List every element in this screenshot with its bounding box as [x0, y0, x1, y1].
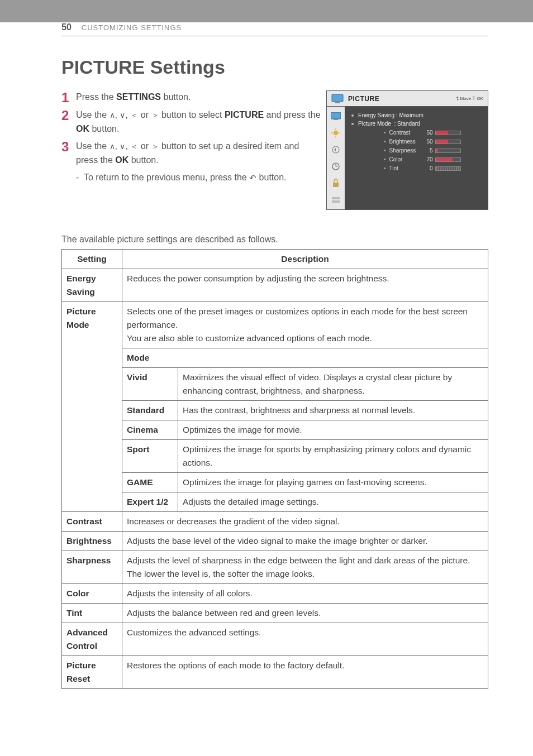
- slider-label: Contrast: [389, 130, 423, 136]
- row-tint: Tint Adjusts the balance between red and…: [62, 604, 488, 623]
- osd-slider-tint[interactable]: •Tint0: [351, 165, 481, 171]
- step-number: 2: [61, 108, 76, 136]
- row-brightness: Brightness Adjusts the base level of the…: [62, 532, 488, 551]
- time-tab-icon[interactable]: [330, 160, 342, 173]
- svg-rect-15: [332, 200, 340, 203]
- row-mode-cinema: Cinema Optimizes the image for movie.: [62, 420, 488, 440]
- content-columns: 1 Press the SETTINGS button. 2 Use the ∧…: [61, 90, 488, 210]
- osd-hint: ꔂ Move ꔉ OK: [456, 96, 483, 102]
- row-mode-head: Mode: [62, 348, 488, 368]
- mode-desc: Optimizes the image for movie.: [178, 420, 488, 440]
- bullet-icon: •: [384, 138, 386, 145]
- setting-desc: Selects one of the preset images or cust…: [122, 302, 488, 348]
- steps-column: 1 Press the SETTINGS button. 2 Use the ∧…: [61, 90, 321, 210]
- slider-bar[interactable]: [435, 157, 461, 162]
- osd-slider-color[interactable]: •Color70: [351, 156, 481, 162]
- osd-slider-contrast[interactable]: •Contrast50: [351, 130, 481, 136]
- osd-title: PICTURE: [348, 95, 456, 103]
- mode-desc: Has the contrast, brightness and sharpne…: [178, 401, 488, 420]
- row-picture-reset: Picture Reset Restores the options of ea…: [62, 656, 488, 689]
- slider-value: 50: [423, 138, 433, 145]
- mode-label: Standard: [122, 401, 178, 420]
- back-icon: ↶: [249, 173, 256, 183]
- slider-bar[interactable]: [435, 140, 461, 144]
- bullet-icon: •: [384, 156, 386, 162]
- page-number: 50: [61, 22, 72, 32]
- step-number: 1: [61, 90, 76, 105]
- setting-desc: Customizes the advanced settings.: [122, 623, 488, 656]
- osd-picture-mode[interactable]: Picture Mode : Standard: [351, 121, 481, 127]
- step-body: Use the ∧, ∨, ＜ or ＞ button to select PI…: [76, 108, 321, 136]
- osd-sliders: •Contrast50•Brightness50•Sharpness5•Colo…: [351, 130, 481, 171]
- manual-page: 50 CUSTOMIZING SETTINGS PICTURE Settings…: [0, 22, 533, 756]
- osd-panel: PICTURE ꔂ Move ꔉ OK Energy Saving : Maxi…: [326, 90, 488, 210]
- step-2: 2 Use the ∧, ∨, ＜ or ＞ button to select …: [61, 108, 321, 136]
- setting-label: Color: [62, 584, 122, 604]
- svg-rect-1: [335, 102, 340, 103]
- setting-label: Contrast: [62, 512, 122, 532]
- slider-bar[interactable]: [435, 131, 461, 135]
- lock-tab-icon[interactable]: [330, 177, 342, 189]
- bullet-icon: [351, 114, 354, 117]
- settings-table: Setting Description Energy Saving Reduce…: [61, 249, 488, 689]
- section-title: CUSTOMIZING SETTINGS: [82, 23, 182, 32]
- row-advanced-control: Advanced Control Customizes the advanced…: [62, 623, 488, 656]
- up-icon: ∧: [110, 142, 115, 151]
- osd-main: Energy Saving : Maximum Picture Mode : S…: [345, 107, 488, 209]
- setting-desc: Adjusts the balance between red and gree…: [122, 604, 488, 623]
- table-head-row: Setting Description: [62, 250, 488, 269]
- mode-label: Expert 1/2: [122, 492, 178, 512]
- bullet-icon: [351, 123, 354, 125]
- right-icon: ＞: [151, 142, 159, 151]
- page-header: 50 CUSTOMIZING SETTINGS: [61, 22, 488, 36]
- mode-desc: Optimizes the image for sports by emphas…: [178, 440, 488, 473]
- osd-energy-saving[interactable]: Energy Saving : Maximum: [351, 112, 481, 118]
- mode-desc: Optimizes the image for playing games on…: [178, 473, 488, 492]
- audio-tab-icon[interactable]: [330, 143, 342, 156]
- setting-label: Picture Reset: [62, 656, 122, 689]
- mode-label: Sport: [122, 440, 178, 473]
- left-icon: ＜: [130, 142, 138, 151]
- row-energy-saving: Energy Saving Reduces the power consumpt…: [62, 269, 488, 302]
- row-picture-mode: Picture Mode Selects one of the preset i…: [62, 302, 488, 348]
- col-description: Description: [122, 250, 488, 269]
- setting-desc: Increases or decreases the gradient of t…: [122, 512, 488, 532]
- setting-desc: Restores the options of each mode to the…: [122, 656, 488, 689]
- down-icon: ∨: [120, 111, 125, 119]
- osd-slider-sharpness[interactable]: •Sharpness5: [351, 147, 481, 154]
- svg-point-4: [334, 131, 338, 135]
- setting-label: Sharpness: [62, 551, 122, 584]
- row-mode-expert: Expert 1/2 Adjusts the detailed image se…: [62, 492, 488, 512]
- bullet-icon: •: [384, 147, 386, 154]
- svg-rect-2: [331, 112, 341, 119]
- slider-label: Color: [389, 156, 423, 162]
- osd-slider-brightness[interactable]: •Brightness50: [351, 138, 481, 145]
- slider-bar[interactable]: [435, 149, 461, 153]
- step-3: 3 Use the ∧, ∨, ＜ or ＞ button to set up …: [61, 140, 321, 168]
- setting-desc: Reduces the power consumption by adjusti…: [122, 269, 488, 302]
- slider-bar[interactable]: [435, 166, 461, 171]
- svg-rect-14: [332, 197, 340, 199]
- option-tab-icon[interactable]: [330, 194, 342, 206]
- svg-rect-13: [333, 183, 339, 187]
- setting-label: Advanced Control: [62, 623, 122, 656]
- slider-value: 50: [423, 130, 433, 136]
- up-icon: ∧: [110, 111, 115, 119]
- picture-tab-icon[interactable]: [330, 110, 342, 122]
- setting-desc: Adjusts the intensity of all colors.: [122, 584, 488, 604]
- slider-label: Sharpness: [389, 147, 423, 154]
- intro-text: The available picture settings are descr…: [61, 235, 488, 245]
- step-sub: - To return to the previous menu, press …: [61, 171, 321, 185]
- sun-tab-icon[interactable]: [330, 127, 342, 139]
- step-body: Press the SETTINGS button.: [76, 90, 321, 105]
- setting-label: Picture Mode: [62, 302, 122, 512]
- osd-header: PICTURE ꔂ Move ꔉ OK: [327, 91, 488, 107]
- steps-list: 1 Press the SETTINGS button. 2 Use the ∧…: [61, 90, 321, 168]
- svg-rect-3: [334, 119, 338, 120]
- mode-desc: Adjusts the detailed image settings.: [178, 492, 488, 512]
- row-mode-game: GAME Optimizes the image for playing gam…: [62, 473, 488, 492]
- mode-desc: Maximizes the visual effect of video. Di…: [178, 368, 488, 401]
- monitor-icon: [331, 94, 344, 104]
- bullet-icon: •: [384, 130, 386, 136]
- slider-label: Brightness: [389, 138, 423, 145]
